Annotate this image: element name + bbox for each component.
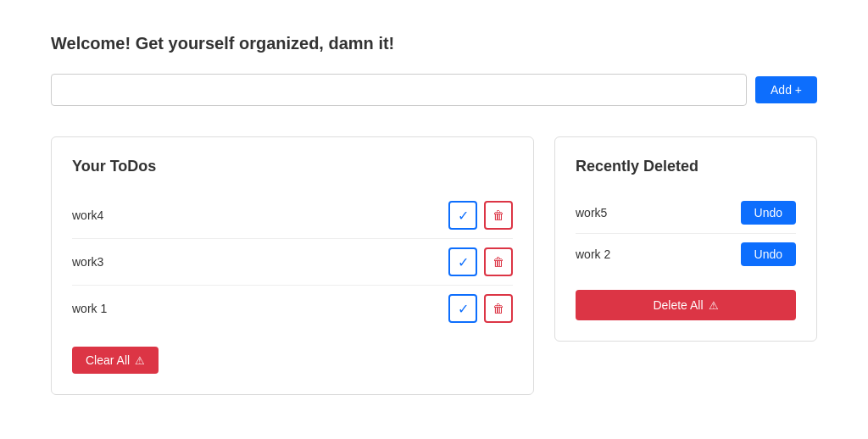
- todo-label: work4: [72, 208, 103, 222]
- todo-item: work 1 ✓ 🗑: [72, 285, 513, 331]
- page-title: Welcome! Get yourself organized, damn it…: [51, 34, 817, 53]
- warning-icon: ⚠: [709, 299, 719, 312]
- todo-actions: ✓ 🗑: [448, 294, 513, 323]
- deleted-item: work5 Undo: [576, 192, 796, 233]
- add-row: Add +: [51, 74, 817, 106]
- warning-icon: ⚠: [135, 354, 145, 367]
- undo-button[interactable]: Undo: [741, 242, 796, 266]
- todo-item: work4 ✓ 🗑: [72, 192, 513, 238]
- deleted-panel-title: Recently Deleted: [576, 158, 796, 175]
- delete-button[interactable]: 🗑: [484, 294, 513, 323]
- todo-input[interactable]: [51, 74, 747, 106]
- clear-all-button[interactable]: Clear All ⚠: [72, 347, 159, 374]
- delete-button[interactable]: 🗑: [484, 247, 513, 276]
- undo-button[interactable]: Undo: [741, 201, 796, 225]
- deleted-label: work5: [576, 206, 607, 220]
- deleted-panel: Recently Deleted work5 Undo work 2 Undo …: [554, 136, 817, 342]
- delete-button[interactable]: 🗑: [484, 201, 513, 230]
- panels: Your ToDos work4 ✓ 🗑 work3 ✓ 🗑 work: [51, 136, 817, 395]
- todo-label: work 1: [72, 302, 107, 315]
- deleted-label: work 2: [576, 247, 610, 261]
- check-button[interactable]: ✓: [448, 294, 477, 323]
- todos-list: work4 ✓ 🗑 work3 ✓ 🗑 work 1 ✓ 🗑: [72, 192, 513, 331]
- check-button[interactable]: ✓: [448, 247, 477, 276]
- todo-actions: ✓ 🗑: [448, 201, 513, 230]
- todos-panel-title: Your ToDos: [72, 158, 513, 175]
- check-button[interactable]: ✓: [448, 201, 477, 230]
- clear-all-label: Clear All: [86, 353, 130, 367]
- todo-item: work3 ✓ 🗑: [72, 238, 513, 285]
- delete-all-button[interactable]: Delete All ⚠: [576, 290, 796, 320]
- todos-panel: Your ToDos work4 ✓ 🗑 work3 ✓ 🗑 work: [51, 136, 534, 395]
- delete-all-label: Delete All: [653, 298, 703, 312]
- deleted-list: work5 Undo work 2 Undo: [576, 192, 796, 275]
- deleted-item: work 2 Undo: [576, 233, 796, 275]
- add-button[interactable]: Add +: [755, 76, 817, 103]
- todo-actions: ✓ 🗑: [448, 247, 513, 276]
- todo-label: work3: [72, 255, 103, 269]
